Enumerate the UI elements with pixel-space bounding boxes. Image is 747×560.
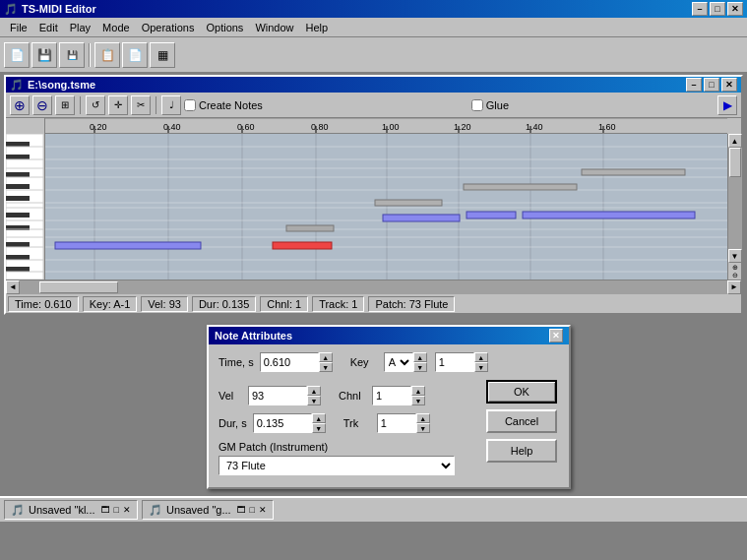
key-num-down[interactable]: ▼: [474, 362, 488, 372]
scroll-track-h[interactable]: [20, 280, 727, 294]
menu-operations[interactable]: Operations: [136, 20, 201, 35]
menu-help[interactable]: Help: [300, 20, 335, 35]
menu-mode[interactable]: Mode: [96, 20, 136, 35]
patch-select[interactable]: 73 Flute: [218, 456, 455, 475]
cursor-button[interactable]: ✛: [108, 95, 128, 115]
add-button[interactable]: ⊕: [10, 95, 30, 115]
scroll-track-v[interactable]: [728, 148, 742, 249]
remove-button[interactable]: ⊖: [32, 95, 52, 115]
editor-maximize[interactable]: □: [704, 78, 719, 92]
key-num-input[interactable]: [435, 352, 474, 372]
dur-up[interactable]: ▲: [312, 413, 326, 423]
view-button[interactable]: ▦: [150, 42, 175, 68]
menu-edit[interactable]: Edit: [33, 20, 64, 35]
menu-play[interactable]: Play: [64, 20, 96, 35]
v-scrollbar[interactable]: ▲ ▼ ⊕ ⊖: [727, 134, 741, 280]
editor-close[interactable]: ✕: [721, 78, 737, 92]
svg-rect-22: [6, 196, 30, 201]
time-input[interactable]: [260, 352, 319, 372]
minimize-button[interactable]: –: [692, 2, 708, 16]
key-num-up[interactable]: ▲: [474, 352, 488, 362]
taskbar-btn-min-1[interactable]: 🗔: [101, 505, 110, 515]
scroll-up-button[interactable]: ▲: [728, 134, 742, 148]
vel-up[interactable]: ▲: [307, 386, 321, 396]
trk-up[interactable]: ▲: [416, 413, 430, 423]
taskbar-item-1[interactable]: 🎵 Unsaved "kl... 🗔 □ ✕: [4, 500, 138, 520]
main-toolbar: 📄 💾 💾 📋 📄 ▦: [0, 37, 747, 73]
taskbar-btn-close-2[interactable]: ✕: [259, 505, 267, 515]
vel-input[interactable]: [248, 386, 307, 405]
key-select[interactable]: ABCDEFG: [384, 352, 413, 372]
taskbar-icon-1: 🎵: [11, 504, 25, 517]
time-down-button[interactable]: ▼: [319, 362, 333, 372]
note-canvas[interactable]: [45, 134, 727, 280]
svg-text:1.60: 1.60: [598, 122, 616, 132]
save2-button[interactable]: 💾: [59, 42, 85, 68]
key-note-buttons: ▲ ▼: [413, 352, 427, 372]
ok-button[interactable]: OK: [486, 380, 557, 404]
copy-button[interactable]: 📋: [94, 42, 120, 68]
taskbar-item-2[interactable]: 🎵 Unsaved "g... 🗔 □ ✕: [142, 500, 274, 520]
create-notes-label[interactable]: Create Notes: [184, 99, 263, 111]
taskbar-btn-max-2[interactable]: □: [250, 505, 255, 515]
maximize-button[interactable]: □: [710, 2, 725, 16]
scroll-left-button[interactable]: ◄: [6, 280, 20, 294]
fit-button[interactable]: ⊞: [55, 95, 75, 115]
menu-window[interactable]: Window: [249, 20, 299, 35]
key-up[interactable]: ▲: [413, 352, 427, 362]
glue-label[interactable]: Glue: [471, 99, 509, 111]
pencil-button[interactable]: ✂: [131, 95, 151, 115]
dur-down[interactable]: ▼: [312, 423, 326, 433]
key-down[interactable]: ▼: [413, 362, 427, 372]
menu-options[interactable]: Options: [200, 20, 249, 35]
new-button[interactable]: 📄: [4, 42, 30, 68]
scroll-down-button[interactable]: ▼: [728, 249, 742, 263]
dialog-content: Time, s ▲ ▼ Key ABCDEFG: [209, 344, 569, 487]
svg-rect-19: [6, 155, 30, 159]
editor-minimize[interactable]: –: [686, 78, 702, 92]
svg-text:1.40: 1.40: [526, 122, 543, 132]
svg-rect-25: [6, 242, 30, 247]
scroll-right-button[interactable]: ►: [727, 280, 741, 294]
vel-down[interactable]: ▼: [307, 396, 321, 405]
glue-checkbox[interactable]: [471, 99, 483, 111]
rewind-button[interactable]: ↺: [86, 95, 105, 115]
zoom-out-icon: ⊖: [732, 272, 738, 280]
trk-input[interactable]: [377, 413, 416, 433]
svg-rect-26: [6, 255, 30, 260]
dialog-close-button[interactable]: ✕: [549, 329, 563, 342]
play-button[interactable]: ▶: [717, 95, 737, 115]
status-dur: Dur: 0.135: [192, 296, 256, 312]
svg-rect-23: [6, 213, 30, 218]
help-button[interactable]: Help: [486, 439, 557, 463]
editor-title: E:\song.tsme: [28, 79, 95, 91]
scroll-thumb-v[interactable]: [729, 148, 741, 177]
taskbar-btn-max-1[interactable]: □: [114, 505, 119, 515]
trk-down[interactable]: ▼: [416, 423, 430, 433]
chnl-up[interactable]: ▲: [411, 386, 425, 396]
taskbar-btn-close-1[interactable]: ✕: [123, 505, 131, 515]
svg-rect-62: [55, 242, 201, 249]
chnl-input[interactable]: [372, 386, 411, 405]
editor-window: 🎵 E:\song.tsme – □ ✕ ⊕ ⊖ ⊞ ↺ ✛ ✂ ♩ Creat…: [4, 75, 743, 315]
dialog-buttons: OK Cancel Help: [486, 380, 557, 463]
create-notes-checkbox[interactable]: [184, 99, 196, 111]
dialog-title-text: Note Attributes: [215, 330, 292, 342]
cancel-button[interactable]: Cancel: [486, 409, 557, 433]
app-title: TS-MIDI Editor: [22, 3, 96, 15]
paste-button[interactable]: 📄: [122, 42, 148, 68]
dur-input[interactable]: [253, 413, 312, 433]
menu-file[interactable]: File: [4, 20, 33, 35]
chnl-down[interactable]: ▼: [411, 396, 425, 405]
svg-rect-69: [464, 184, 577, 190]
dur-spin: ▲ ▼: [253, 413, 326, 433]
taskbar-btn-min-2[interactable]: 🗔: [237, 505, 246, 515]
time-up-button[interactable]: ▲: [319, 352, 333, 362]
status-key: Key: A-1: [83, 296, 138, 312]
note-button[interactable]: ♩: [161, 95, 181, 115]
svg-rect-70: [582, 169, 685, 175]
save-button[interactable]: 💾: [31, 42, 57, 68]
separator-1: [89, 43, 91, 67]
close-button[interactable]: ✕: [727, 2, 743, 16]
scroll-thumb-h[interactable]: [39, 281, 118, 293]
